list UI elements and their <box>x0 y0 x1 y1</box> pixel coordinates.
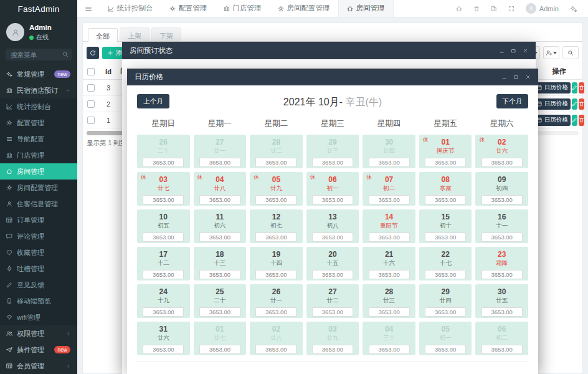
delete-button[interactable] <box>579 115 584 126</box>
sidebar-subitem[interactable]: 房间配置管理 <box>0 180 77 196</box>
calendar-day-cell[interactable]: 04三十 <box>363 322 415 355</box>
calendar-day-cell[interactable]: 26廿一 <box>250 284 303 318</box>
sidebar-subitem[interactable]: wifi管理 <box>0 309 77 325</box>
price-input[interactable] <box>255 158 296 167</box>
sidebar-item[interactable]: 插件管理new <box>0 342 77 358</box>
price-input[interactable] <box>425 307 466 317</box>
calendar-day-cell[interactable]: 14重阳节 <box>363 209 415 243</box>
calendar-day-cell[interactable]: 03廿九 <box>306 322 359 355</box>
close-icon[interactable] <box>525 74 531 80</box>
price-input[interactable] <box>312 233 353 242</box>
sidebar-subitem[interactable]: 意见反馈 <box>0 277 77 293</box>
calendar-day-cell[interactable]: 27廿一 <box>194 135 247 168</box>
price-input[interactable] <box>481 270 523 279</box>
price-input[interactable] <box>199 158 240 167</box>
calendar-day-cell[interactable]: 21十六 <box>363 247 415 280</box>
price-input[interactable] <box>369 233 410 242</box>
trash-button[interactable] <box>468 6 485 12</box>
sidebar-subitem[interactable]: 评论管理 <box>0 228 77 244</box>
calendar-day-cell[interactable]: 16十一 <box>475 209 528 243</box>
calendar-day-cell[interactable]: 11初六 <box>194 209 247 243</box>
calendar-day-cell[interactable]: 13初八 <box>306 209 359 243</box>
sidebar-item[interactable]: 会员管理 <box>0 358 77 374</box>
calendar-day-cell[interactable]: 01廿七 <box>194 322 247 355</box>
row-checkbox[interactable] <box>83 117 99 124</box>
calendar-day-cell[interactable]: 27廿二 <box>306 284 359 318</box>
prev-month-button[interactable]: 上个月 <box>137 94 169 108</box>
price-input[interactable] <box>255 233 296 242</box>
price-input[interactable] <box>425 233 466 242</box>
edit-button[interactable] <box>572 115 577 126</box>
price-input[interactable] <box>255 345 296 354</box>
price-input[interactable] <box>369 307 410 317</box>
price-input[interactable] <box>481 158 523 167</box>
calendar-day-cell[interactable]: 休02廿六 <box>475 135 528 168</box>
price-input[interactable] <box>369 195 410 204</box>
sidebar-item[interactable]: 常规管理new <box>0 66 77 82</box>
price-input[interactable] <box>143 158 184 167</box>
close-icon[interactable] <box>523 48 528 54</box>
price-input[interactable] <box>199 233 240 242</box>
sidebar-subitem[interactable]: 住客信息管理 <box>0 196 77 212</box>
price-input[interactable] <box>143 270 184 279</box>
nav-tab[interactable]: 配置管理 <box>161 0 216 17</box>
nav-tab[interactable]: 统计控制台 <box>100 0 161 17</box>
price-input[interactable] <box>143 233 184 242</box>
filter-tab[interactable]: 下架 <box>151 27 181 41</box>
calendar-day-cell[interactable]: 休03廿七 <box>137 172 190 206</box>
price-input[interactable] <box>425 345 466 354</box>
sidebar-item[interactable]: 权限管理 <box>0 325 77 342</box>
calendar-day-cell[interactable]: 10初五 <box>137 209 190 243</box>
sidebar-item[interactable]: 民宿酒店预订 <box>0 82 77 98</box>
price-input[interactable] <box>143 345 184 354</box>
calendar-day-cell[interactable]: 18十三 <box>194 247 247 280</box>
calendar-day-cell[interactable]: 28廿三 <box>363 284 415 318</box>
modal-header[interactable]: 房间预订状态 <box>122 42 536 59</box>
price-input[interactable] <box>255 270 296 279</box>
price-input[interactable] <box>312 195 353 204</box>
nav-tab[interactable]: 门店管理 <box>216 0 270 17</box>
minimize-icon[interactable] <box>499 48 505 54</box>
copy-button[interactable] <box>485 6 503 12</box>
calendar-day-cell[interactable]: 26二十 <box>137 135 190 168</box>
delete-button[interactable] <box>579 82 584 94</box>
sidebar-subitem[interactable]: 移动端预览 <box>0 293 77 309</box>
calendar-day-cell[interactable]: 06初二 <box>475 322 528 355</box>
price-input[interactable] <box>312 158 353 167</box>
calendar-day-cell[interactable]: 28廿二 <box>250 135 303 168</box>
calendar-day-cell[interactable]: 15初十 <box>419 209 472 243</box>
minimize-icon[interactable] <box>501 74 507 80</box>
price-input[interactable] <box>312 307 353 317</box>
calendar-day-cell[interactable]: 休07初二 <box>363 172 415 206</box>
calendar-day-cell[interactable]: 24十九 <box>137 284 190 318</box>
price-input[interactable] <box>425 195 466 204</box>
calendar-day-cell[interactable]: 25二十 <box>194 284 247 318</box>
nav-tab[interactable]: 房间管理 <box>338 0 394 17</box>
filter-tab[interactable]: 全部 <box>88 28 118 42</box>
calendar-price-button[interactable]: 日历价格 <box>534 82 571 94</box>
price-input[interactable] <box>481 307 523 317</box>
calendar-day-cell[interactable]: 19十四 <box>250 247 303 280</box>
sidebar-subitem[interactable]: 收藏管理 <box>0 244 77 261</box>
price-input[interactable] <box>312 270 353 279</box>
price-input[interactable] <box>481 345 523 354</box>
edit-button[interactable] <box>572 98 577 110</box>
sidebar-subitem[interactable]: 配置管理 <box>0 115 77 131</box>
calendar-day-cell[interactable]: 12初七 <box>250 209 303 243</box>
price-input[interactable] <box>199 307 240 317</box>
calendar-day-cell[interactable]: 20十五 <box>306 247 359 280</box>
sidebar-toggle-button[interactable] <box>77 0 100 17</box>
calendar-day-cell[interactable]: 29廿三 <box>306 135 359 168</box>
calendar-day-cell[interactable]: 30廿四 <box>363 135 415 168</box>
price-input[interactable] <box>425 270 466 279</box>
price-input[interactable] <box>199 270 240 279</box>
sidebar-subitem[interactable]: 门店管理 <box>0 147 77 163</box>
calendar-day-cell[interactable]: 02廿八 <box>250 322 303 355</box>
next-month-button[interactable]: 下个月 <box>496 94 529 108</box>
price-input[interactable] <box>255 195 296 204</box>
calendar-day-cell[interactable]: 05初一 <box>419 322 472 355</box>
calendar-day-cell[interactable]: 08寒露 <box>419 172 472 206</box>
price-input[interactable] <box>369 270 410 279</box>
user-menu[interactable]: Admin <box>520 3 564 14</box>
sidebar-subitem[interactable]: 导航配置 <box>0 131 77 147</box>
